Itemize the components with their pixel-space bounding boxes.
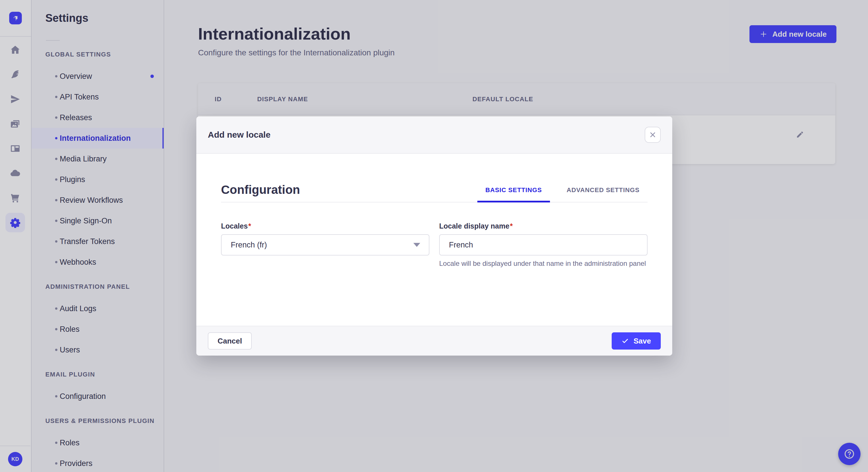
chevron-down-icon bbox=[413, 243, 420, 247]
tab-advanced-settings[interactable]: ADVANCED SETTINGS bbox=[559, 179, 648, 202]
modal-title: Add new locale bbox=[208, 130, 270, 140]
display-name-label: Locale display name* bbox=[439, 222, 648, 230]
save-button[interactable]: Save bbox=[612, 332, 661, 349]
check-icon bbox=[621, 337, 629, 345]
display-name-input[interactable] bbox=[449, 241, 638, 249]
modal-tabs: BASIC SETTINGS ADVANCED SETTINGS bbox=[477, 179, 648, 202]
locales-select-value: French (fr) bbox=[231, 241, 267, 249]
modal-footer: Cancel Save bbox=[196, 326, 672, 356]
modal-header: Add new locale bbox=[196, 116, 672, 154]
save-button-label: Save bbox=[633, 337, 651, 345]
app-window: KD Settings GLOBAL SETTINGSOverviewAPI T… bbox=[0, 0, 868, 472]
cancel-button[interactable]: Cancel bbox=[208, 332, 252, 349]
display-name-label-text: Locale display name bbox=[439, 222, 509, 230]
tab-basic-settings[interactable]: BASIC SETTINGS bbox=[477, 179, 550, 202]
close-modal-button[interactable] bbox=[645, 127, 661, 143]
display-name-input-wrap bbox=[439, 234, 648, 256]
display-name-field: Locale display name* Locale will be disp… bbox=[439, 222, 648, 268]
locales-select[interactable]: French (fr) bbox=[221, 234, 429, 256]
locales-label-text: Locales bbox=[221, 222, 248, 230]
display-name-help: Locale will be displayed under that name… bbox=[439, 259, 648, 268]
configuration-heading: Configuration bbox=[221, 183, 300, 197]
required-asterisk: * bbox=[510, 222, 513, 230]
close-icon bbox=[649, 131, 656, 138]
add-locale-modal: Add new locale Configuration BASIC SETTI… bbox=[196, 116, 672, 356]
locales-field: Locales* French (fr) bbox=[221, 222, 429, 256]
locales-label: Locales* bbox=[221, 222, 429, 230]
required-asterisk: * bbox=[248, 222, 251, 230]
